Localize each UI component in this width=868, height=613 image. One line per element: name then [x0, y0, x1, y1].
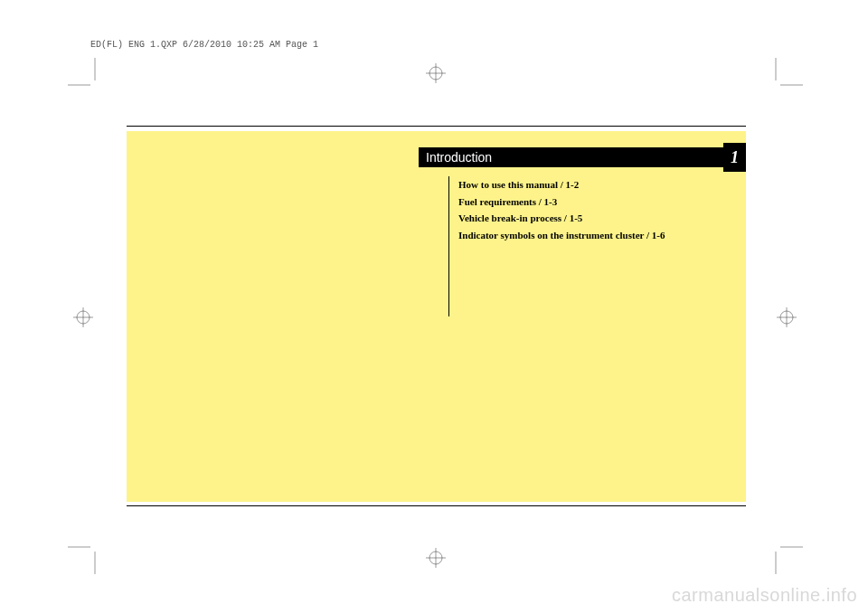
- registration-mark-left: [73, 307, 93, 327]
- registration-mark-top: [426, 63, 446, 83]
- toc-item: Fuel requirements / 1-3: [458, 193, 665, 211]
- bottom-rule: [127, 505, 746, 506]
- chapter-title: Introduction: [419, 150, 492, 165]
- crop-mark-bottom-right: [767, 538, 803, 574]
- registration-mark-right: [777, 307, 797, 327]
- chapter-number: 1: [731, 148, 739, 167]
- crop-mark-bottom-left: [68, 538, 104, 574]
- watermark: carmanualsonline.info: [672, 585, 857, 606]
- print-header: ED(FL) ENG 1.QXP 6/28/2010 10:25 AM Page…: [90, 40, 318, 50]
- toc-item: How to use this manual / 1-2: [458, 176, 665, 193]
- chapter-number-box: 1: [723, 143, 746, 172]
- table-of-contents: How to use this manual / 1-2 Fuel requir…: [448, 176, 665, 316]
- registration-mark-bottom: [426, 548, 446, 568]
- crop-mark-top-right: [767, 58, 803, 94]
- toc-item: Indicator symbols on the instrument clus…: [458, 227, 665, 244]
- crop-mark-top-left: [68, 58, 104, 94]
- toc-item: Vehicle break-in process / 1-5: [458, 210, 665, 227]
- top-rule: [127, 126, 746, 127]
- chapter-title-bar: Introduction: [419, 147, 746, 167]
